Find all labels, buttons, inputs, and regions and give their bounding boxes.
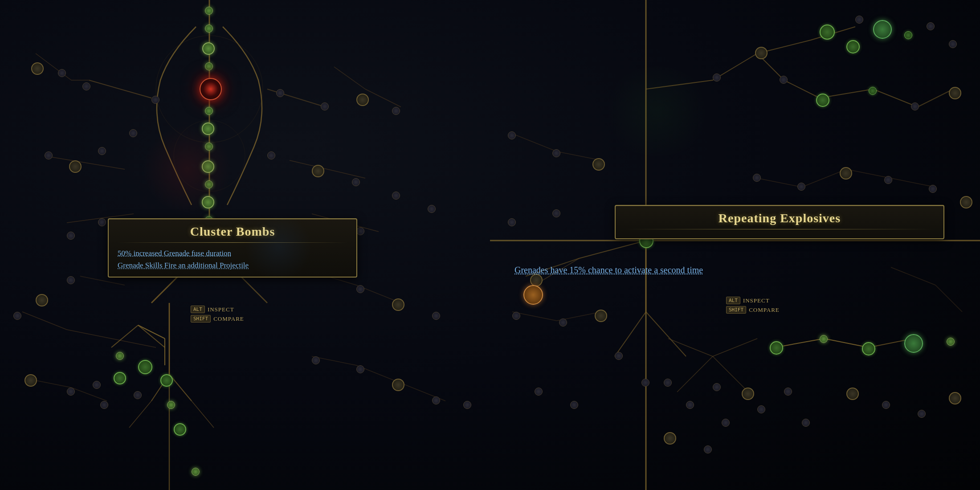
rnode-star6[interactable] <box>664 379 672 387</box>
node-tooltip-cluster5[interactable] <box>93 381 101 389</box>
node-mid-2[interactable] <box>202 122 214 135</box>
rnode-extra8[interactable] <box>882 401 890 409</box>
node-tooltip-cluster2[interactable] <box>160 374 173 387</box>
node-branch-l6[interactable] <box>98 147 106 155</box>
node-branch-r8[interactable] <box>392 192 400 200</box>
rnode-upper6[interactable] <box>911 102 919 110</box>
node-lower-l1[interactable] <box>67 276 75 284</box>
rnode-mid5[interactable] <box>929 185 937 193</box>
node-branch-r7[interactable] <box>352 178 360 186</box>
rnode-star3[interactable] <box>722 419 730 427</box>
node-tooltip-cluster3[interactable] <box>116 352 124 360</box>
rnode-star2[interactable] <box>686 401 694 409</box>
node-tooltip-cluster7[interactable] <box>167 401 175 409</box>
rnode-mid3[interactable] <box>840 167 852 180</box>
rnode-top2[interactable] <box>846 40 860 53</box>
node-lower-l6[interactable] <box>100 401 108 409</box>
rnode-star1[interactable] <box>713 383 721 391</box>
node-branch-l8[interactable] <box>45 151 53 159</box>
rnode-upper2[interactable] <box>755 47 768 59</box>
rnode-top4[interactable] <box>904 31 912 39</box>
node-center-large[interactable] <box>200 78 222 100</box>
rnode-extra9[interactable] <box>918 410 926 418</box>
rnode-left4[interactable] <box>508 218 516 226</box>
node-branch-r5[interactable] <box>267 151 275 159</box>
node-branch-r1[interactable] <box>276 89 284 97</box>
rnode-star8[interactable] <box>802 419 810 427</box>
rnode-top3[interactable] <box>873 20 892 39</box>
rnode-mid6[interactable] <box>960 196 972 208</box>
rnode-extra1[interactable] <box>615 352 623 360</box>
rnode-tooltip1[interactable] <box>770 341 783 355</box>
rnode-tooltip3[interactable] <box>862 342 875 355</box>
node-top-3[interactable] <box>202 42 215 55</box>
rnode-star4[interactable] <box>757 405 765 413</box>
node-branch-r11[interactable] <box>356 227 364 235</box>
rnode-extra5[interactable] <box>535 388 543 396</box>
node-lower-r4[interactable] <box>432 312 440 320</box>
rnode-star7[interactable] <box>784 388 792 396</box>
node-tooltip-cluster4[interactable] <box>114 372 126 384</box>
node-branch-l3[interactable] <box>31 62 44 75</box>
rnode-extra3[interactable] <box>664 432 676 445</box>
rnode-top6[interactable] <box>949 40 957 48</box>
rnode-extra2[interactable] <box>641 379 649 387</box>
node-tooltip-cluster1[interactable] <box>138 360 152 374</box>
node-branch-l7[interactable] <box>69 160 82 173</box>
node-lower-r9[interactable] <box>463 401 471 409</box>
rnode-tooltip2[interactable] <box>820 335 828 343</box>
rnode-bottom-orange[interactable] <box>523 285 543 305</box>
rnode-upper1[interactable] <box>713 74 721 82</box>
node-mid-1[interactable] <box>205 107 213 115</box>
rnode-tooltip5[interactable] <box>947 338 955 346</box>
node-lower-r6[interactable] <box>356 365 364 373</box>
rnode-mid2[interactable] <box>797 183 805 191</box>
node-mid-3[interactable] <box>205 143 213 151</box>
rnode-extra7[interactable] <box>846 388 859 400</box>
node-branch-r6[interactable] <box>312 165 324 177</box>
rnode-upper7[interactable] <box>949 87 961 99</box>
node-branch-l2[interactable] <box>58 69 66 77</box>
rnode-upper4[interactable] <box>816 94 829 107</box>
node-branch-r4[interactable] <box>392 107 400 115</box>
rnode-extra10[interactable] <box>949 392 961 404</box>
node-lower-l3[interactable] <box>13 312 21 320</box>
rnode-extra4[interactable] <box>704 445 712 453</box>
node-mid-6[interactable] <box>202 196 214 208</box>
node-lower-l4[interactable] <box>24 374 37 387</box>
rnode-top5[interactable] <box>927 22 935 30</box>
node-branch-r9[interactable] <box>428 205 436 213</box>
node-branch-l1[interactable] <box>82 82 90 90</box>
node-lower-r2[interactable] <box>356 285 364 293</box>
rnode-star5[interactable] <box>742 388 754 400</box>
rnode-left2[interactable] <box>552 149 560 157</box>
rnode-extra6[interactable] <box>570 401 578 409</box>
node-lower-r8[interactable] <box>432 396 440 404</box>
node-mid-4[interactable] <box>202 160 214 173</box>
rnode-mid1[interactable] <box>753 174 761 182</box>
node-lower-l5[interactable] <box>67 388 75 396</box>
node-lower-l2[interactable] <box>36 294 48 306</box>
node-tooltip-cluster6[interactable] <box>134 391 142 399</box>
node-branch-r3[interactable] <box>356 94 369 106</box>
node-branch-l9[interactable] <box>98 218 106 226</box>
rnode-tooltip4[interactable] <box>904 334 923 353</box>
node-branch-l4[interactable] <box>151 96 159 104</box>
rnode-top1[interactable] <box>820 24 835 40</box>
node-tooltip-cluster9[interactable] <box>192 468 200 476</box>
node-lower-r3[interactable] <box>392 298 404 311</box>
node-mid-5[interactable] <box>205 180 213 188</box>
rnode-mid4[interactable] <box>884 176 892 184</box>
node-branch-r2[interactable] <box>321 102 329 110</box>
rnode-upper3[interactable] <box>780 76 788 84</box>
node-top-4[interactable] <box>205 62 213 70</box>
rnode-left7[interactable] <box>512 312 520 320</box>
node-lower-r7[interactable] <box>392 379 404 391</box>
rnode-left1[interactable] <box>508 131 516 139</box>
rnode-left8[interactable] <box>559 318 567 327</box>
node-top-1[interactable] <box>205 7 213 15</box>
node-branch-l5[interactable] <box>129 129 137 137</box>
rnode-left3[interactable] <box>592 158 605 171</box>
node-branch-l10[interactable] <box>67 232 75 240</box>
rnode-top7[interactable] <box>855 16 863 24</box>
